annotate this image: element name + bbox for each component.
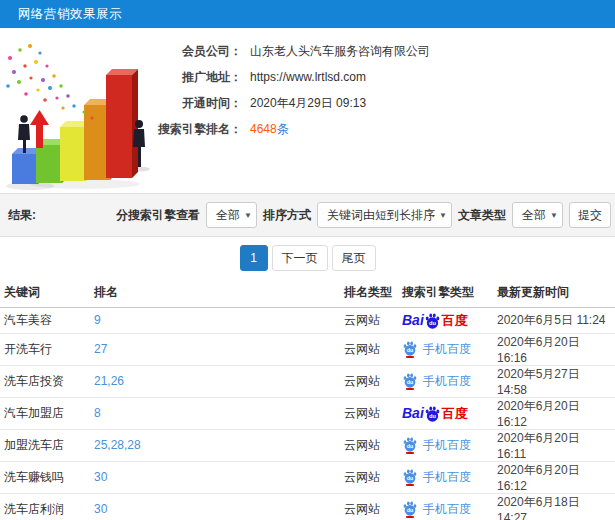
rank-count-value: 4648条 [250,121,289,138]
chevron-down-icon: ▼ [550,211,558,220]
engine-cell: du 手机百度 [398,493,493,520]
svg-text:du: du [407,347,414,353]
rank-type-cell: 云网站 [344,502,380,516]
open-time-label: 开通时间： [130,95,242,112]
filter-bar: 结果: 分搜索引擎查看 全部 ▼ 排序方式 关键词由短到长排序 ▼ 文章类型 全… [0,193,615,237]
mobile-baidu-paw-icon: du [402,500,418,518]
next-page-button[interactable]: 下一页 [272,245,328,271]
mobile-baidu-logo: du 手机百度 [402,436,471,454]
rank-link[interactable]: 8 [94,406,101,420]
svg-text:du: du [429,320,436,326]
rank-type-cell: 云网站 [344,470,380,484]
keyword-cell: 汽车美容 [4,313,52,327]
submit-button[interactable]: 提交 [569,202,611,228]
svg-text:du: du [407,379,414,385]
rank-link[interactable]: 30 [94,502,107,516]
mobile-baidu-logo: du 手机百度 [402,372,471,390]
table-row: 洗车店利润 30 云网站 du 手机百度 2020年6月18日 14:27 [0,493,615,520]
baidu-logo: Bai du 百度 [402,312,468,329]
table-row: 开洗车行 27 云网站 du 手机百度 2020年6月20日 16:16 [0,333,615,365]
sort-value: 关键词由短到长排序 [327,207,435,224]
company-link[interactable]: 山东老人头汽车服务咨询有限公司 [250,43,430,60]
col-rank-type: 排名类型 [340,279,398,307]
page-title: 网络营销效果展示 [18,6,122,23]
filter-controls: 分搜索引擎查看 全部 ▼ 排序方式 关键词由短到长排序 ▼ 文章类型 全部 ▼ … [116,202,611,228]
rank-link[interactable]: 21,26 [94,374,124,388]
rank-link[interactable]: 30 [94,470,107,484]
mobile-baidu-paw-icon: du [402,436,418,454]
update-time-cell: 2020年6月20日 16:12 [497,463,580,493]
table-row: 汽车美容 9 云网站 Bai du 百度 2020年6月5日 11:24 [0,307,615,333]
update-time-cell: 2020年6月5日 11:24 [497,313,606,327]
promo-url-label: 推广地址： [130,69,242,86]
rank-type-cell: 云网站 [344,438,380,452]
mobile-baidu-logo: du 手机百度 [402,468,471,486]
info-row-url: 推广地址： https://www.lrtlsd.com [130,64,600,90]
page-1-button[interactable]: 1 [240,245,268,271]
article-type-value: 全部 [522,207,546,224]
company-info-section: 会员公司： 山东老人头汽车服务咨询有限公司 推广地址： https://www.… [0,28,615,193]
rank-count-suffix: 条 [277,122,289,136]
engine-cell: du 手机百度 [398,461,493,493]
keyword-cell: 洗车赚钱吗 [4,470,64,484]
rank-type-cell: 云网站 [344,313,380,327]
engine-cell: Bai du 百度 [398,307,493,333]
article-type-label: 文章类型 [458,207,506,224]
rank-link[interactable]: 9 [94,313,101,327]
chevron-down-icon: ▼ [439,211,447,220]
open-time-value: 2020年4月29日 09:13 [250,95,366,112]
engine-cell: Bai du 百度 [398,397,493,429]
rank-link[interactable]: 25,28,28 [94,438,141,452]
baidu-paw-icon: du [424,405,441,422]
baidu-cn-text: 百度 [442,407,468,420]
mobile-baidu-paw-icon: du [402,340,418,358]
company-info-list: 会员公司： 山东老人头汽车服务咨询有限公司 推广地址： https://www.… [130,38,600,142]
table-row: 加盟洗车店 25,28,28 云网站 du 手机百度 2020年6月20日 16… [0,429,615,461]
svg-text:du: du [407,443,414,449]
company-label: 会员公司： [130,43,242,60]
mobile-baidu-label: 手机百度 [423,501,471,518]
baidu-bai-text: Bai [402,313,424,327]
update-time-cell: 2020年6月20日 16:12 [497,399,580,429]
keyword-cell: 洗车店投资 [4,374,64,388]
col-update-time: 最新更新时间 [493,279,615,307]
svg-text:du: du [407,507,414,513]
engine-filter-value: 全部 [216,207,240,224]
sort-select[interactable]: 关键词由短到长排序 ▼ [317,202,452,228]
mobile-baidu-label: 手机百度 [423,437,471,454]
info-row-company: 会员公司： 山东老人头汽车服务咨询有限公司 [130,38,600,64]
keyword-cell: 加盟洗车店 [4,438,64,452]
info-row-rank-count: 搜索引擎排名： 4648条 [130,116,600,142]
rank-count-number: 4648 [250,122,277,136]
engine-cell: du 手机百度 [398,365,493,397]
last-page-button[interactable]: 尾页 [332,245,376,271]
col-keyword: 关键词 [0,279,90,307]
table-row: 汽车加盟店 8 云网站 Bai du 百度 2020年6月20日 16:12 [0,397,615,429]
baidu-bai-text: Bai [402,406,424,420]
baidu-paw-icon: du [424,312,441,329]
engine-filter-label: 分搜索引擎查看 [116,207,200,224]
rank-type-cell: 云网站 [344,406,380,420]
engine-cell: du 手机百度 [398,333,493,365]
rank-link[interactable]: 27 [94,342,107,356]
baidu-logo: Bai du 百度 [402,405,468,422]
table-row: 洗车赚钱吗 30 云网站 du 手机百度 2020年6月20日 16:12 [0,461,615,493]
mobile-baidu-logo: du 手机百度 [402,500,471,518]
info-row-open-time: 开通时间： 2020年4月29日 09:13 [130,90,600,116]
keyword-cell: 汽车加盟店 [4,406,64,420]
mobile-baidu-logo: du 手机百度 [402,340,471,358]
keyword-cell: 开洗车行 [4,342,52,356]
mobile-baidu-label: 手机百度 [423,469,471,486]
keyword-cell: 洗车店利润 [4,502,64,516]
svg-text:du: du [429,413,436,419]
update-time-cell: 2020年5月27日 14:58 [497,367,580,397]
chevron-down-icon: ▼ [244,211,252,220]
article-type-select[interactable]: 全部 ▼ [512,202,563,228]
rank-type-cell: 云网站 [344,342,380,356]
col-rank: 排名 [90,279,340,307]
engine-filter-select[interactable]: 全部 ▼ [206,202,257,228]
svg-text:du: du [407,475,414,481]
baidu-cn-text: 百度 [442,314,468,327]
pagination: 1 下一页 尾页 [0,237,615,279]
promo-url-link[interactable]: https://www.lrtlsd.com [250,70,366,84]
